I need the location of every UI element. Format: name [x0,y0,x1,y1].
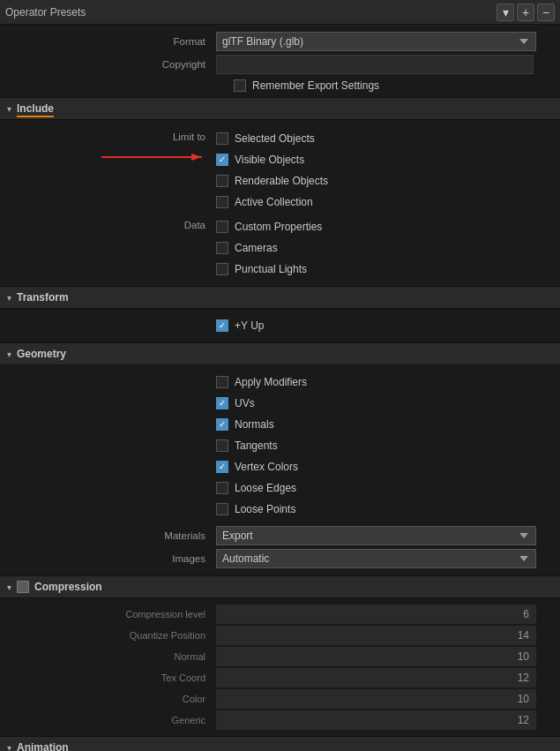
tex-coord-row: Tex Coord [0,667,560,688]
custom-properties-row: Custom Properties [216,217,322,237]
comp-level-input[interactable] [216,605,536,624]
normal-label: Normal [0,651,216,662]
color-row: Color [0,688,560,710]
data-content: Custom Properties Cameras Punctual Light… [216,217,560,279]
data-row: Data Custom Properties Cameras Punctual … [0,214,560,281]
quantize-position-input[interactable] [216,626,536,645]
loose-edges-label: Loose Edges [235,482,296,494]
loose-edges-row: Loose Edges [216,478,296,498]
format-content: glTF Binary (.glb) glTF Separate glTF Em… [216,32,560,51]
compression-header[interactable]: ▾ Compression [0,575,560,598]
compression-section: ▾ Compression Compression level Quantize… [0,575,560,736]
loose-edges-checkbox[interactable] [216,482,228,494]
remember-checkbox[interactable] [234,79,246,92]
custom-properties-label: Custom Properties [235,221,322,233]
tex-coord-label: Tex Coord [0,672,216,683]
quantize-position-row: Quantize Position [0,625,560,646]
tangents-checkbox[interactable] [216,439,228,452]
animation-label: Animation [17,741,69,751]
copyright-input[interactable] [216,55,534,74]
transform-label: Transform [17,291,69,304]
limit-to-label: Limit to [0,129,216,142]
limit-to-row: Limit to Selected Objects [0,125,560,214]
normals-label: Normals [235,418,274,431]
images-row: Images Automatic None JPEG PNG [0,547,560,570]
loose-points-row: Loose Points [216,499,295,519]
include-arrow-icon: ▾ [7,104,11,114]
tangents-row: Tangents [216,436,278,455]
materials-dropdown[interactable]: Export Placeholder None [216,526,536,545]
apply-modifiers-label: Apply Modifiers [235,376,307,388]
include-header[interactable]: ▾ Include [0,97,560,120]
animation-arrow-icon: ▾ [7,743,11,752]
remember-label: Remember Export Settings [252,79,379,92]
copyright-content [216,55,560,74]
punctual-lights-checkbox[interactable] [216,263,228,275]
transform-content: +Y Up [0,309,560,342]
cameras-checkbox[interactable] [216,242,228,254]
geometry-checkboxes: Apply Modifiers UVs Normals Tangents Ver… [216,372,560,519]
vertex-colors-label: Vertex Colors [235,461,298,473]
apply-modifiers-checkbox[interactable] [216,376,228,388]
uvs-label: UVs [235,397,255,409]
uvs-checkbox[interactable] [216,397,228,409]
yup-checkbox[interactable] [216,319,228,332]
compression-label: Compression [34,581,102,593]
visible-objects-row: Visible Objects [216,150,304,169]
yup-label: +Y Up [235,319,264,332]
loose-points-label: Loose Points [235,503,295,515]
color-input[interactable] [216,689,536,709]
active-collection-checkbox[interactable] [216,196,228,208]
yup-content: +Y Up [216,316,560,335]
red-arrow-annotation [101,148,207,166]
cameras-label: Cameras [235,242,278,254]
geometry-section: ▾ Geometry Apply Modifiers UVs Normals [0,342,560,575]
format-label: Format [0,36,216,47]
apply-modifiers-row: Apply Modifiers [216,372,307,392]
normals-row: Normals [216,415,274,434]
format-dropdown[interactable]: glTF Binary (.glb) glTF Separate glTF Em… [216,32,536,51]
materials-content: Export Placeholder None [216,526,560,545]
normals-checkbox[interactable] [216,418,228,431]
punctual-lights-label: Punctual Lights [235,263,307,275]
geometry-content: Apply Modifiers UVs Normals Tangents Ver… [0,365,560,575]
generic-input[interactable] [216,710,536,730]
selected-objects-label: Selected Objects [235,132,315,145]
data-label: Data [0,217,216,230]
renderable-objects-row: Renderable Objects [216,171,328,191]
dropdown-btn[interactable]: ▾ [497,4,514,21]
vertex-colors-checkbox[interactable] [216,461,228,473]
remember-row: Remember Export Settings [234,76,560,97]
yup-row: +Y Up [0,314,560,337]
loose-points-checkbox[interactable] [216,503,228,515]
transform-arrow-icon: ▾ [7,293,11,303]
color-label: Color [0,694,216,704]
animation-section: ▾ Animation Use Current Frame [0,736,560,751]
geometry-header[interactable]: ▾ Geometry [0,342,560,365]
tangents-label: Tangents [235,439,278,452]
add-preset-btn[interactable]: + [517,4,534,21]
animation-header[interactable]: ▾ Animation [0,736,560,751]
quantize-position-label: Quantize Position [0,630,216,641]
images-dropdown[interactable]: Automatic None JPEG PNG [216,549,536,568]
compression-arrow-icon: ▾ [7,582,11,592]
normal-input[interactable] [216,647,536,666]
include-label: Include [17,102,54,115]
red-arrow-icon [101,148,207,166]
include-section: ▾ Include Limit to [0,97,560,286]
remove-preset-btn[interactable]: − [537,4,555,21]
comp-level-row: Compression level [0,604,560,625]
custom-properties-checkbox[interactable] [216,221,228,233]
renderable-objects-checkbox[interactable] [216,175,228,187]
transform-header[interactable]: ▾ Transform [0,286,560,309]
geometry-items-row: Apply Modifiers UVs Normals Tangents Ver… [0,371,560,521]
visible-objects-checkbox[interactable] [216,154,228,166]
active-collection-row: Active Collection [216,192,313,212]
selected-objects-checkbox[interactable] [216,132,228,145]
geometry-label: Geometry [17,348,66,360]
compression-content: Compression level Quantize Position Norm… [0,598,560,736]
materials-row: Materials Export Placeholder None [0,524,560,547]
cameras-row: Cameras [216,238,278,258]
active-collection-label: Active Collection [235,196,313,208]
tex-coord-input[interactable] [216,668,536,687]
